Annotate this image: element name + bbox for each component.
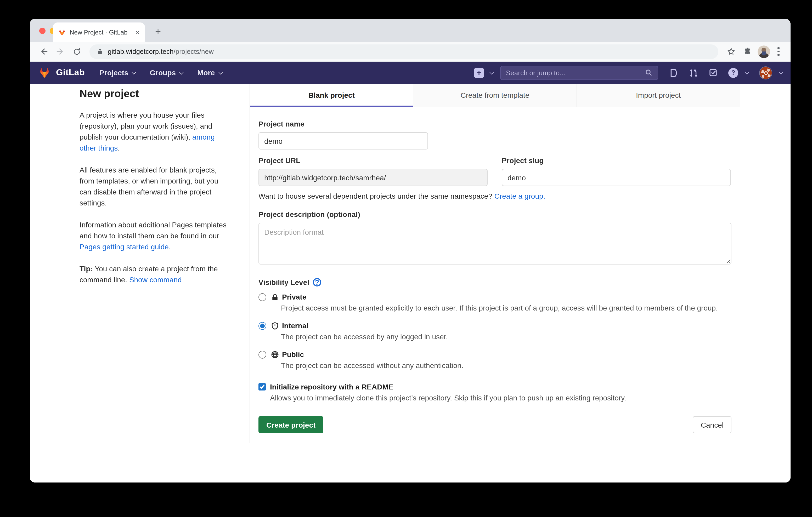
public-description: The project can be accessed without any … [281,360,731,371]
project-slug-label: Project slug [502,156,731,165]
visibility-help-icon[interactable]: ? [313,278,321,286]
back-icon[interactable] [37,45,50,58]
visibility-option-private: Private Project access must be granted e… [258,293,731,314]
show-command-link[interactable]: Show command [129,275,182,284]
shield-icon [271,322,279,330]
tab-blank-project[interactable]: Blank project [250,84,413,107]
tab-title: New Project · GitLab [69,29,135,36]
screen: New Project · GitLab × + gitlab.widgetco… [0,0,812,517]
user-menu-chevron-icon[interactable] [775,71,782,74]
new-project-panel: Blank project Create from template Impor… [250,84,740,443]
lock-icon [271,293,279,301]
project-description-label: Project description (optional) [258,210,731,218]
browser-tab[interactable]: New Project · GitLab × [53,23,145,42]
gitlab-wordmark: GitLab [56,67,85,78]
page-content: New project A project is where you house… [30,84,790,483]
address-bar[interactable]: gitlab.widgetcorp.tech/projects/new [89,44,718,59]
browser-window: New Project · GitLab × + gitlab.widgetco… [30,19,790,483]
new-menu-plus-icon[interactable]: + [474,68,484,78]
public-radio[interactable] [258,351,266,358]
nav-menu-groups[interactable]: Groups [150,68,183,77]
page-title: New project [80,86,227,101]
user-avatar[interactable] [759,66,772,79]
chevron-down-icon [132,70,136,74]
readme-option: Initialize repository with a README Allo… [258,383,731,403]
search-icon [645,69,652,76]
project-name-input[interactable] [258,132,428,150]
project-url-label: Project URL [258,156,488,165]
pages-guide-link[interactable]: Pages getting started guide [80,243,169,251]
global-search[interactable] [500,66,658,80]
extensions-puzzle-icon[interactable] [741,45,754,58]
chevron-down-icon [179,70,184,74]
new-project-sidebar: New project A project is where you house… [80,86,227,296]
blank-project-form: Project name Project URL Project slug Wa… [250,107,740,443]
help-icon: ? [728,68,738,78]
pages-paragraph: Information about additional Pages templ… [80,219,227,252]
help-menu[interactable]: ? [728,68,748,78]
gitlab-tanuki-icon [38,67,51,79]
cancel-button[interactable]: Cancel [693,416,731,433]
url-text: gitlab.widgetcorp.tech/projects/new [108,48,214,55]
internal-description: The project can be accessed by any logge… [281,331,731,342]
reload-icon[interactable] [70,45,83,58]
features-paragraph: All features are enabled for blank proje… [80,165,227,209]
intro-paragraph: A project is where you house your files … [80,110,227,154]
visibility-level-heading: Visibility Level ? [258,278,731,286]
close-tab-icon[interactable]: × [135,28,141,36]
close-window-button[interactable] [39,28,46,34]
readme-description: Allows you to immediately clone this pro… [270,393,720,403]
tip-paragraph: Tip: You can also create a project from … [80,264,227,285]
bookmark-star-icon[interactable] [724,45,738,58]
new-menu-chevron-icon[interactable] [486,71,493,74]
new-tab-button[interactable]: + [151,25,165,39]
private-description: Project access must be granted explicitl… [281,303,731,314]
private-radio[interactable] [258,293,266,301]
tab-create-from-template[interactable]: Create from template [413,84,577,107]
chevron-down-icon [218,70,223,74]
browser-toolbar: gitlab.widgetcorp.tech/projects/new [30,42,790,62]
todos-icon[interactable] [709,68,717,77]
nav-menu-projects[interactable]: Projects [99,68,135,77]
browser-profile-avatar[interactable] [758,45,770,58]
merge-requests-icon[interactable] [689,68,698,77]
forward-icon [54,45,66,58]
chevron-down-icon [745,70,749,74]
visibility-option-internal: Internal The project can be accessed by … [258,322,731,342]
gitlab-favicon-icon [58,29,66,36]
nav-menu-more[interactable]: More [197,68,222,77]
globe-icon [271,351,279,358]
gitlab-logo[interactable]: GitLab [38,67,85,79]
visibility-option-public: Public The project can be accessed witho… [258,350,731,371]
project-description-textarea[interactable] [258,223,731,265]
issues-icon[interactable] [669,68,678,77]
tab-import-project[interactable]: Import project [577,84,740,107]
namespace-hint: Want to house several dependent projects… [258,192,731,200]
ssl-lock-icon[interactable] [97,48,103,55]
gitlab-navbar: GitLab Projects Groups More + [30,62,790,84]
create-group-link[interactable]: Create a group. [494,192,545,200]
project-type-tabs: Blank project Create from template Impor… [250,84,740,107]
project-slug-input[interactable] [502,169,731,186]
project-name-label: Project name [258,120,731,128]
readme-checkbox[interactable] [258,383,266,391]
internal-radio[interactable] [258,322,266,330]
project-url-input[interactable] [258,169,488,186]
create-project-button[interactable]: Create project [258,416,323,433]
browser-tabstrip: New Project · GitLab × + [30,19,790,42]
search-input[interactable] [506,69,645,77]
browser-menu-icon[interactable] [773,45,784,58]
